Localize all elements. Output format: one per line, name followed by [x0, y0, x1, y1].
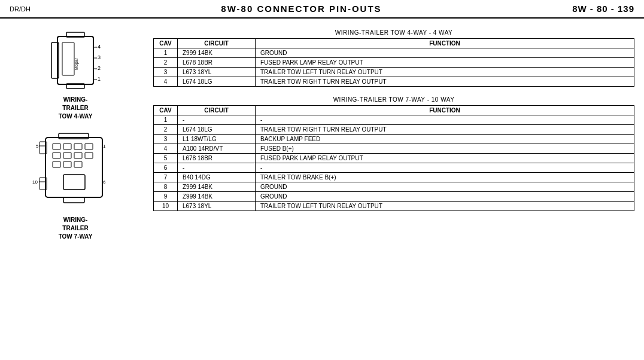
connector-7way-svg: 5 10 1 6: [28, 133, 123, 213]
svg-rect-25: [74, 152, 82, 158]
table-row: 2L674 18LGTRAILER TOW RIGHT TURN RELAY O…: [154, 125, 634, 135]
table2-col-circuit: CIRCUIT: [178, 106, 256, 115]
svg-text:6: 6: [103, 179, 106, 185]
table-section-7way: WIRING-TRAILER TOW 7-WAY - 10 WAY CAV CI…: [153, 96, 634, 211]
svg-text:4: 4: [98, 44, 101, 50]
table-row: 6--: [154, 163, 634, 173]
svg-rect-27: [53, 161, 60, 167]
table1-title: WIRING-TRAILER TOW 4-WAY - 4 WAY: [335, 29, 453, 36]
svg-rect-16: [63, 197, 84, 203]
table2-col-function: FUNCTION: [256, 106, 634, 115]
svg-rect-28: [63, 161, 71, 167]
svg-rect-21: [74, 144, 82, 150]
svg-rect-23: [53, 152, 60, 158]
diagrams-panel: 4 3 2 1 Mopar WIRING- TRAILER TOW 4-WAY: [10, 25, 141, 241]
diagram-4way-label: WIRING- TRAILER TOW 4-WAY: [59, 96, 93, 121]
svg-rect-30: [63, 175, 85, 190]
svg-rect-19: [53, 144, 60, 150]
diagram-7way: 5 10 1 6 WIRING- TRAILER TOW 7-WAY: [10, 133, 141, 241]
page-header: DR/DH 8W-80 CONNECTOR PIN-OUTS 8W - 80 -…: [0, 0, 644, 19]
svg-rect-20: [63, 144, 71, 150]
connector-4way-svg: 4 3 2 1 Mopar: [40, 30, 111, 93]
svg-rect-29: [74, 161, 82, 167]
table-7way: CAV CIRCUIT FUNCTION 1--2L674 18LGTRAILE…: [153, 105, 634, 211]
svg-rect-24: [63, 152, 71, 158]
svg-text:3: 3: [98, 54, 101, 60]
header-right: 8W - 80 - 139: [572, 4, 634, 14]
diagram-7way-label: WIRING- TRAILER TOW 7-WAY: [59, 216, 93, 241]
table-row: 4A100 14RD/VTFUSED B(+): [154, 144, 634, 154]
svg-text:10: 10: [32, 179, 38, 185]
table-row: 3L1 18WT/LGBACKUP LAMP FEED: [154, 135, 634, 144]
table1-col-cav: CAV: [154, 39, 178, 48]
svg-text:2: 2: [98, 65, 101, 71]
header-left: DR/DH: [10, 5, 31, 13]
table1-col-function: FUNCTION: [256, 39, 634, 48]
svg-rect-2: [62, 42, 74, 75]
table-section-4way: WIRING-TRAILER TOW 4-WAY - 4 WAY CAV CIR…: [153, 29, 634, 87]
header-center: 8W-80 CONNECTOR PIN-OUTS: [31, 4, 572, 14]
main-content: 4 3 2 1 Mopar WIRING- TRAILER TOW 4-WAY: [0, 19, 644, 247]
table-row: 5L678 18BRFUSED PARK LAMP RELAY OUTPUT: [154, 154, 634, 163]
svg-text:1: 1: [103, 144, 106, 149]
table-row: 7B40 14DGTRAILER TOW BRAKE B(+): [154, 173, 634, 182]
svg-text:5: 5: [36, 144, 39, 149]
table-row: 4L674 18LGTRAILER TOW RIGHT TURN RELAY O…: [154, 77, 634, 87]
table2-col-cav: CAV: [154, 106, 178, 115]
table-4way: CAV CIRCUIT FUNCTION 1Z999 14BKGROUND2L6…: [153, 38, 634, 87]
diagram-4way: 4 3 2 1 Mopar WIRING- TRAILER TOW 4-WAY: [10, 30, 141, 121]
svg-rect-26: [85, 152, 93, 158]
svg-rect-22: [85, 144, 93, 150]
table-row: 10L673 18YLTRAILER TOW LEFT TURN RELAY O…: [154, 202, 634, 211]
table-row: 2L678 18BRFUSED PARK LAMP RELAY OUTPUT: [154, 58, 634, 68]
table1-col-circuit: CIRCUIT: [178, 39, 256, 48]
tables-panel: WIRING-TRAILER TOW 4-WAY - 4 WAY CAV CIR…: [153, 25, 634, 241]
table-row: 8Z999 14BKGROUND: [154, 182, 634, 192]
table-row: 9Z999 14BKGROUND: [154, 192, 634, 202]
table-row: 1--: [154, 115, 634, 125]
table2-title: WIRING-TRAILER TOW 7-WAY - 10 WAY: [333, 96, 455, 103]
svg-text:Mopar: Mopar: [74, 57, 79, 70]
svg-text:1: 1: [98, 76, 101, 82]
table-row: 3L673 18YLTRAILER TOW LEFT TURN RELAY OU…: [154, 68, 634, 77]
table-row: 1Z999 14BKGROUND: [154, 48, 634, 58]
